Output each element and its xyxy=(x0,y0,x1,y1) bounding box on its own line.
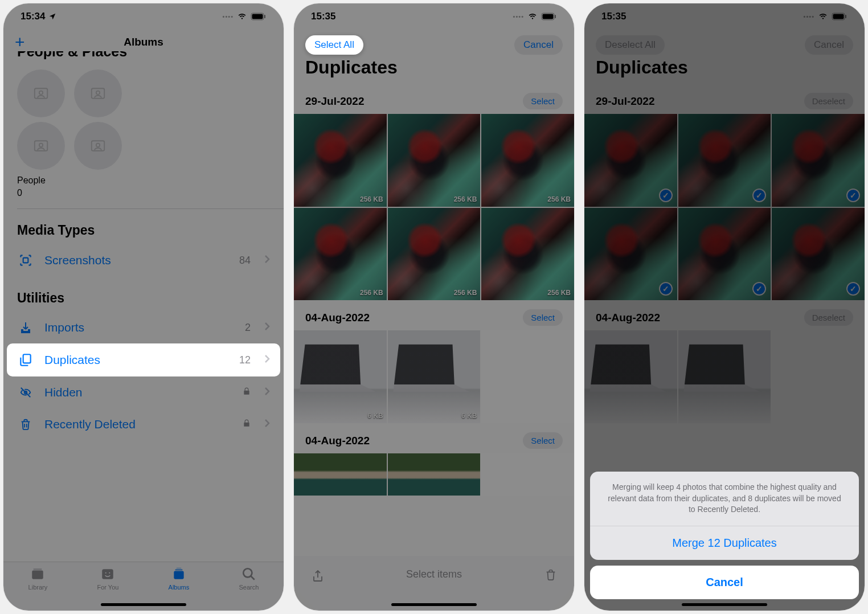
select-all-button[interactable]: Select All xyxy=(305,35,363,55)
toolbar-hint: Select items xyxy=(406,568,462,580)
home-indicator[interactable] xyxy=(101,603,186,606)
screen-merge-confirm: 15:35 •••• Deselect All Cancel Duplicate… xyxy=(584,3,865,611)
albums-content: People & Places People 0 Media Types Scr… xyxy=(3,51,284,440)
photo-thumbnail[interactable]: 6 KB xyxy=(294,330,387,423)
people-label: People xyxy=(3,172,284,188)
select-group-button[interactable]: Select xyxy=(523,309,563,326)
svg-point-17 xyxy=(105,572,107,574)
size-badge: 6 KB xyxy=(461,412,477,420)
duplicates-count: 12 xyxy=(239,354,251,366)
imports-row[interactable]: Imports 2 xyxy=(3,312,284,343)
screen-albums: 15:34 •••• + Albums People & Places xyxy=(3,3,284,611)
photo-thumbnail[interactable]: 256 KB xyxy=(481,114,574,207)
merge-button[interactable]: Merge 12 Duplicates xyxy=(590,526,859,560)
status-bar: 15:34 •••• xyxy=(3,3,284,30)
photo-thumbnail[interactable]: 256 KB xyxy=(388,208,481,301)
svg-rect-12 xyxy=(23,354,31,363)
nav-bar: + Albums xyxy=(3,30,284,55)
wifi-icon xyxy=(527,13,538,21)
screenshots-icon xyxy=(17,253,34,268)
size-badge: 256 KB xyxy=(360,195,383,203)
merge-message: Merging will keep 4 photos that combine … xyxy=(590,472,859,526)
select-group-button[interactable]: Select xyxy=(523,432,563,449)
photo-thumbnail[interactable]: 256 KB xyxy=(294,208,387,301)
people-thumb[interactable] xyxy=(17,122,65,170)
battery-icon xyxy=(251,13,267,21)
size-badge: 256 KB xyxy=(454,195,477,203)
svg-rect-15 xyxy=(34,568,42,570)
battery-icon xyxy=(541,13,557,21)
group-header: 29-Jul-2022 Select xyxy=(294,84,574,114)
tab-label: Library xyxy=(28,584,48,591)
photo-thumbnail[interactable] xyxy=(388,453,481,496)
svg-rect-5 xyxy=(92,88,105,99)
imports-count: 2 xyxy=(245,322,251,334)
hidden-row[interactable]: Hidden xyxy=(3,376,284,408)
chevron-right-icon xyxy=(264,322,270,333)
svg-point-8 xyxy=(39,144,43,147)
trash-icon xyxy=(17,417,34,431)
svg-rect-1 xyxy=(252,14,263,19)
recently-deleted-row[interactable]: Recently Deleted xyxy=(3,408,284,440)
people-thumb[interactable] xyxy=(17,69,65,117)
svg-rect-25 xyxy=(555,15,556,18)
photo-thumbnail[interactable]: 256 KB xyxy=(481,208,574,301)
photo-thumbnail[interactable] xyxy=(294,453,387,496)
duplicates-row[interactable]: Duplicates 12 xyxy=(7,343,280,376)
utilities-title: Utilities xyxy=(3,277,284,312)
group-date: 04-Aug-2022 xyxy=(305,312,370,324)
tab-label: For You xyxy=(97,584,118,591)
svg-rect-16 xyxy=(103,569,114,579)
tab-search[interactable]: Search xyxy=(239,567,259,611)
sheet-cancel-button[interactable]: Cancel xyxy=(590,566,859,599)
home-indicator[interactable] xyxy=(391,603,477,606)
size-badge: 256 KB xyxy=(454,289,477,297)
svg-point-4 xyxy=(39,91,43,95)
tab-library[interactable]: Library xyxy=(28,567,48,611)
imports-label: Imports xyxy=(44,321,235,334)
page-title: Duplicates xyxy=(294,55,574,84)
photo-thumbnail[interactable]: 256 KB xyxy=(388,114,481,207)
action-sheet-group: Merging will keep 4 photos that combine … xyxy=(590,472,859,560)
status-time: 15:35 xyxy=(311,11,335,22)
duplicates-icon xyxy=(17,353,34,367)
svg-rect-21 xyxy=(177,568,182,569)
hidden-label: Hidden xyxy=(44,386,232,399)
photo-grid xyxy=(294,453,574,496)
screen-duplicates-select: 15:35 •••• Select All Cancel Duplicates … xyxy=(294,3,574,611)
add-button[interactable]: + xyxy=(15,32,25,52)
home-indicator[interactable] xyxy=(682,603,767,606)
nav-title: Albums xyxy=(124,36,163,48)
chevron-right-icon xyxy=(264,419,270,430)
lock-icon xyxy=(243,387,251,398)
tab-label: Search xyxy=(239,584,259,591)
svg-rect-11 xyxy=(23,258,28,263)
photo-thumbnail[interactable]: 256 KB xyxy=(294,114,387,207)
svg-rect-2 xyxy=(264,15,265,18)
trash-icon[interactable] xyxy=(544,567,557,584)
size-badge: 256 KB xyxy=(547,195,571,203)
group-header: 04-Aug-2022 Select xyxy=(294,300,574,330)
share-icon[interactable] xyxy=(311,567,325,587)
chevron-right-icon xyxy=(264,354,270,366)
screenshots-count: 84 xyxy=(239,255,251,267)
imports-icon xyxy=(17,321,34,334)
screenshots-row[interactable]: Screenshots 84 xyxy=(3,244,284,277)
photo-grid: 256 KB 256 KB 256 KB 256 KB 256 KB 256 K… xyxy=(294,114,574,300)
people-thumbnails[interactable] xyxy=(3,62,284,120)
people-thumbnails-row2[interactable] xyxy=(3,120,284,172)
duplicates-list: 29-Jul-2022 Select 256 KB 256 KB 256 KB … xyxy=(294,84,574,496)
photo-thumbnail[interactable]: 6 KB xyxy=(388,330,481,423)
wifi-icon xyxy=(237,13,247,21)
svg-point-22 xyxy=(243,568,252,577)
size-badge: 256 KB xyxy=(360,289,383,297)
select-group-button[interactable]: Select xyxy=(523,93,563,109)
cancel-button[interactable]: Cancel xyxy=(514,35,563,55)
empty-cell xyxy=(481,453,574,496)
top-actions: Select All Cancel xyxy=(294,30,574,55)
screenshots-label: Screenshots xyxy=(44,253,229,267)
empty-cell xyxy=(481,330,574,423)
size-badge: 6 KB xyxy=(367,412,383,420)
people-thumb[interactable] xyxy=(74,69,122,117)
people-thumb[interactable] xyxy=(74,122,122,170)
